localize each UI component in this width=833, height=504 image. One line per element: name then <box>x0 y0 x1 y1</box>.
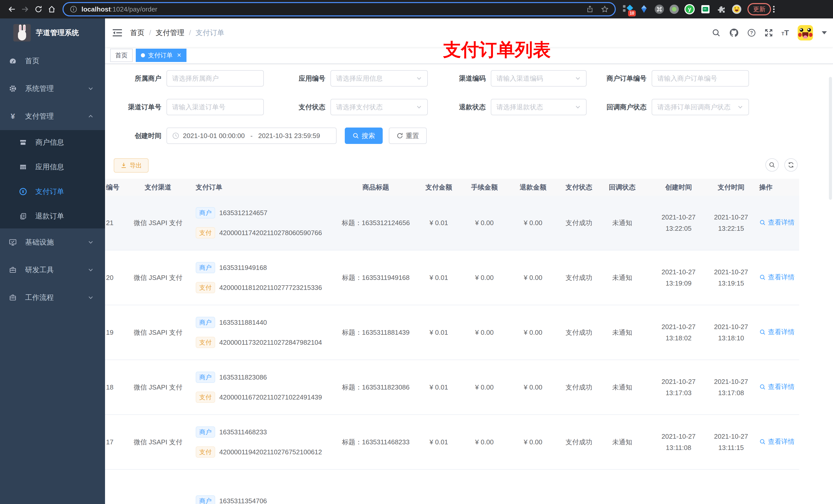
svg-text:?: ? <box>750 30 753 35</box>
browser-update-button[interactable]: 更新 <box>747 3 771 15</box>
cell-notify-status: 未通知 <box>600 218 644 227</box>
channel-order-no-input[interactable]: 请输入渠道订单号 <box>166 99 264 115</box>
help-icon[interactable]: ? <box>747 28 756 37</box>
breadcrumb-home[interactable]: 首页 <box>130 28 144 38</box>
sidebar-item-pay-order[interactable]: ¥支付订单 <box>0 179 105 204</box>
sidebar-item-home[interactable]: 首页 <box>0 47 105 75</box>
sidebar-item-workflow[interactable]: 工作流程 <box>0 284 105 311</box>
browser-menu-icon[interactable] <box>773 5 775 14</box>
kite-extension-icon[interactable] <box>639 4 649 14</box>
main-panel: 首页 / 支付管理 / 支付订单 支付订单列表 ? <box>105 19 833 504</box>
gear-icon <box>9 85 17 93</box>
pay-tag: 支付 <box>196 282 215 293</box>
reload-icon[interactable] <box>32 3 45 16</box>
share-icon[interactable] <box>586 5 594 13</box>
github-icon[interactable] <box>729 28 738 38</box>
site-info-icon[interactable] <box>70 5 77 13</box>
search-btn-icon <box>353 133 359 139</box>
browser-toolbar: localhost:1024/pay/order 10 <box>0 0 833 19</box>
forward-icon[interactable] <box>19 3 32 16</box>
chevron-down-icon <box>575 75 581 81</box>
pay-status-select[interactable]: 请选择支付状态 <box>330 99 428 115</box>
refund-status-select[interactable]: 请选择退款状态 <box>491 99 587 115</box>
app-logo[interactable]: 芋道管理系统 <box>0 19 105 47</box>
view-detail-link[interactable]: 查看详情 <box>759 382 794 391</box>
cell-amount: ¥ 0.01 <box>418 219 460 227</box>
puzzle-extension-icon[interactable] <box>716 4 727 14</box>
monitor-icon <box>9 238 17 246</box>
chevron-down-icon <box>416 75 422 81</box>
view-detail-link[interactable]: 查看详情 <box>759 273 794 282</box>
toolbox-icon <box>9 266 17 274</box>
breadcrumb-pay-manage[interactable]: 支付管理 <box>156 28 185 38</box>
cell-id: 18 <box>105 383 125 391</box>
back-icon[interactable] <box>5 3 19 16</box>
view-detail-link[interactable]: 查看详情 <box>759 218 794 227</box>
callback-status-select[interactable]: 请选择订单回调商户状态 <box>652 99 749 115</box>
cell-actions: 查看详情 <box>749 437 799 447</box>
url-text: localhost:1024/pay/order <box>81 5 157 13</box>
search-button[interactable]: 搜索 <box>345 127 383 144</box>
show-search-icon[interactable] <box>765 158 779 172</box>
sidebar-item-refund-order[interactable]: 退款订单 <box>0 204 105 229</box>
tag-close-icon[interactable]: ✕ <box>177 52 181 58</box>
url-bar[interactable]: localhost:1024/pay/order <box>63 2 616 16</box>
cell-amount: ¥ 0.01 <box>418 383 460 391</box>
merchant-tag: 商户 <box>196 426 215 438</box>
y-extension-icon[interactable]: y <box>685 4 695 14</box>
pay-status-label: 支付状态 <box>264 103 330 112</box>
tag-home[interactable]: 首页 <box>110 49 133 62</box>
sidebar-item-system[interactable]: 系统管理 <box>0 75 105 102</box>
chevron-down-icon <box>88 239 94 245</box>
merchant-tag: 商户 <box>196 262 215 273</box>
page-title-annotation: 支付订单列表 <box>443 38 551 62</box>
bookmark-star-icon[interactable] <box>601 5 609 13</box>
cell-fee: ¥ 0.00 <box>460 438 509 446</box>
cell-created-time: 2021-10-2713:11:08 <box>644 431 713 453</box>
sketch-extension-icon[interactable]: 10 <box>623 4 633 14</box>
channel-code-select[interactable]: 请输入渠道编码 <box>491 70 587 87</box>
user-avatar[interactable] <box>798 25 813 41</box>
search-icon[interactable] <box>712 28 720 37</box>
font-size-icon[interactable]: TT <box>782 28 789 37</box>
command-extension-icon[interactable] <box>655 5 664 14</box>
sidebar-item-infrastructure[interactable]: 基础设施 <box>0 229 105 256</box>
sidebar-item-app-info[interactable]: 应用信息 <box>0 155 105 179</box>
sidebar-item-payment[interactable]: ¥支付管理 <box>0 102 105 130</box>
tag-pay-order[interactable]: 支付订单 ✕ <box>136 49 187 62</box>
column-header-9: 创建时间 <box>644 183 713 192</box>
app-no-select[interactable]: 请选择应用信息 <box>330 70 428 87</box>
date-range-picker[interactable]: 2021-10-01 00:00:00 - 2021-10-31 23:59:5… <box>166 127 337 144</box>
column-header-4: 支付金额 <box>418 183 460 192</box>
merchant-tag: 商户 <box>196 371 215 383</box>
date-range-label: 创建时间 <box>105 131 166 140</box>
cell-pay-order: 商户1635311468233支付42000011942021102767521… <box>191 426 334 458</box>
sidebar-item-merchant-info[interactable]: 商户信息 <box>0 130 105 155</box>
orders-table: 编号支付渠道支付订单商品标题支付金额手续金额退款金额支付状态回调状态创建时间支付… <box>105 179 799 504</box>
window-scrollbar[interactable] <box>829 77 832 200</box>
sidebar-item-dev-tools[interactable]: 研发工具 <box>0 256 105 284</box>
merchant-order-no-input[interactable]: 请输入商户订单编号 <box>652 70 749 87</box>
cell-channel: 微信 JSAPI 支付 <box>125 273 191 282</box>
chat-extension-icon[interactable] <box>700 4 711 14</box>
reset-button[interactable]: 重置 <box>389 127 427 144</box>
export-button[interactable]: 导出 <box>114 158 148 173</box>
fullscreen-icon[interactable] <box>765 29 773 37</box>
view-detail-link[interactable]: 查看详情 <box>759 328 794 337</box>
green-dot-extension-icon[interactable] <box>670 5 679 14</box>
cell-paid-time: 2021-10-2713:11:15 <box>713 431 749 453</box>
user-caret-icon[interactable] <box>822 31 827 34</box>
chevron-down-icon <box>416 104 422 110</box>
emoji-extension-icon[interactable] <box>732 5 741 14</box>
navbar-actions: ? TT <box>712 19 827 47</box>
sidebar-menu: 首页系统管理¥支付管理商户信息应用信息¥支付订单退款订单基础设施研发工具工作流程 <box>0 47 105 311</box>
chevron-down-icon <box>88 294 94 301</box>
cell-actions: 查看详情 <box>749 382 799 392</box>
refresh-table-icon[interactable] <box>784 158 798 172</box>
merchant-input[interactable]: 请选择所属商户 <box>166 70 264 87</box>
view-detail-link[interactable]: 查看详情 <box>759 437 794 446</box>
cell-created-time: 2021-10-2713:18:02 <box>644 321 713 344</box>
column-header-0: 编号 <box>105 183 125 192</box>
home-icon[interactable] <box>45 3 58 16</box>
sidebar-fold-icon[interactable] <box>113 29 122 37</box>
